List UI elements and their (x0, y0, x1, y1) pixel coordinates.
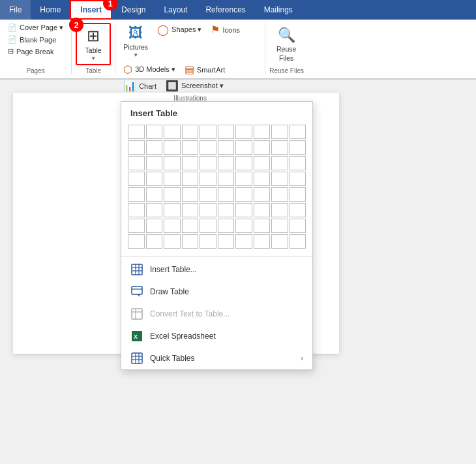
grid-cell[interactable] (128, 140, 145, 155)
icons-button[interactable]: ⚑ Icons (207, 22, 243, 37)
grid-cell[interactable] (235, 156, 252, 170)
tab-file[interactable]: File (0, 0, 31, 20)
grid-cell[interactable] (128, 125, 145, 139)
grid-cell[interactable] (218, 156, 235, 170)
grid-cell[interactable] (200, 125, 216, 139)
grid-cell[interactable] (146, 172, 163, 186)
table-button[interactable]: 2 ⊞ Table ▼ (76, 23, 111, 65)
grid-cell[interactable] (271, 219, 288, 233)
grid-cell[interactable] (164, 234, 181, 249)
grid-cell[interactable] (254, 125, 271, 139)
grid-cell[interactable] (254, 140, 271, 155)
grid-cell[interactable] (290, 172, 306, 186)
grid-cell[interactable] (182, 172, 199, 186)
draw-table-item[interactable]: Draw Table (121, 281, 312, 303)
grid-cell[interactable] (235, 125, 252, 139)
tab-mailings[interactable]: Mailings (255, 0, 302, 20)
grid-cell[interactable] (235, 219, 252, 233)
grid-cell[interactable] (254, 219, 271, 233)
page-break-button[interactable]: ⊟ Page Break (4, 46, 57, 57)
grid-cell[interactable] (254, 234, 271, 249)
grid-cell[interactable] (200, 140, 216, 155)
grid-cell[interactable] (164, 203, 181, 217)
grid-cell[interactable] (235, 203, 252, 217)
grid-cell[interactable] (128, 234, 145, 249)
grid-cell[interactable] (146, 203, 163, 217)
grid-cell[interactable] (254, 187, 271, 202)
grid-cell[interactable] (182, 203, 199, 217)
grid-cell[interactable] (146, 140, 163, 155)
grid-cell[interactable] (235, 172, 252, 186)
grid-cell[interactable] (182, 156, 199, 170)
grid-cell[interactable] (164, 187, 181, 202)
grid-cell[interactable] (146, 234, 163, 249)
cover-page-button[interactable]: 📄 Cover Page ▾ (4, 22, 67, 33)
grid-cell[interactable] (290, 203, 306, 217)
grid-cell[interactable] (290, 234, 306, 249)
tab-design[interactable]: Design (112, 0, 155, 20)
grid-cell[interactable] (235, 234, 252, 249)
excel-spreadsheet-item[interactable]: X Excel Spreadsheet (121, 325, 312, 347)
grid-cell[interactable] (182, 125, 199, 139)
grid-cell[interactable] (182, 140, 199, 155)
grid-cell[interactable] (146, 125, 163, 139)
tab-insert[interactable]: Insert 1 (70, 0, 112, 20)
grid-cell[interactable] (182, 234, 199, 249)
grid-cell[interactable] (271, 187, 288, 202)
grid-cell[interactable] (128, 172, 145, 186)
grid-cell[interactable] (218, 172, 235, 186)
grid-cell[interactable] (290, 140, 306, 155)
grid-cell[interactable] (235, 187, 252, 202)
grid-cell[interactable] (164, 219, 181, 233)
grid-cell[interactable] (290, 156, 306, 170)
grid-cell[interactable] (218, 203, 235, 217)
grid-cell[interactable] (200, 219, 216, 233)
tab-home[interactable]: Home (31, 0, 70, 20)
grid-cell[interactable] (218, 234, 235, 249)
grid-cell[interactable] (271, 172, 288, 186)
grid-cell[interactable] (164, 125, 181, 139)
3d-models-button[interactable]: ⬡ 3D Models ▾ (119, 62, 179, 77)
grid-cell[interactable] (164, 140, 181, 155)
grid-cell[interactable] (200, 234, 216, 249)
blank-page-button[interactable]: 📄 Blank Page (4, 34, 60, 45)
grid-cell[interactable] (254, 156, 271, 170)
grid-cell[interactable] (235, 140, 252, 155)
shapes-button[interactable]: ◯ Shapes ▾ (153, 22, 205, 37)
grid-cell[interactable] (200, 187, 216, 202)
tab-references[interactable]: References (196, 0, 254, 20)
smartart-button[interactable]: ▤ SmartArt (181, 62, 229, 77)
grid-cell[interactable] (271, 234, 288, 249)
pictures-button[interactable]: 🖼 Pictures ▼ (119, 22, 152, 61)
grid-cell[interactable] (218, 219, 235, 233)
screenshot-button[interactable]: 🔲 Screenshot ▾ (162, 78, 228, 93)
grid-cell[interactable] (254, 203, 271, 217)
tab-layout[interactable]: Layout (155, 0, 196, 20)
grid-cell[interactable] (290, 187, 306, 202)
grid-cell[interactable] (218, 140, 235, 155)
grid-cell[interactable] (128, 156, 145, 170)
grid-cell[interactable] (218, 125, 235, 139)
chart-button[interactable]: 📊 Chart (119, 78, 160, 93)
grid-cell[interactable] (271, 125, 288, 139)
reuse-files-button[interactable]: 🔍 Reuse Files (269, 24, 303, 65)
grid-cell[interactable] (128, 187, 145, 202)
grid-cell[interactable] (182, 187, 199, 202)
grid-cell[interactable] (128, 219, 145, 233)
grid-cell[interactable] (271, 140, 288, 155)
grid-cell[interactable] (146, 156, 163, 170)
quick-tables-item[interactable]: Quick Tables › (121, 347, 312, 369)
grid-cell[interactable] (164, 156, 181, 170)
insert-table-item[interactable]: Insert Table... (121, 258, 312, 281)
grid-cell[interactable] (200, 156, 216, 170)
grid-cell[interactable] (164, 172, 181, 186)
grid-cell[interactable] (290, 125, 306, 139)
grid-cell[interactable] (271, 156, 288, 170)
grid-cell[interactable] (200, 172, 216, 186)
grid-cell[interactable] (146, 219, 163, 233)
grid-cell[interactable] (128, 203, 145, 217)
grid-cell[interactable] (271, 203, 288, 217)
grid-cell[interactable] (200, 203, 216, 217)
grid-cell[interactable] (290, 219, 306, 233)
grid-cell[interactable] (254, 172, 271, 186)
